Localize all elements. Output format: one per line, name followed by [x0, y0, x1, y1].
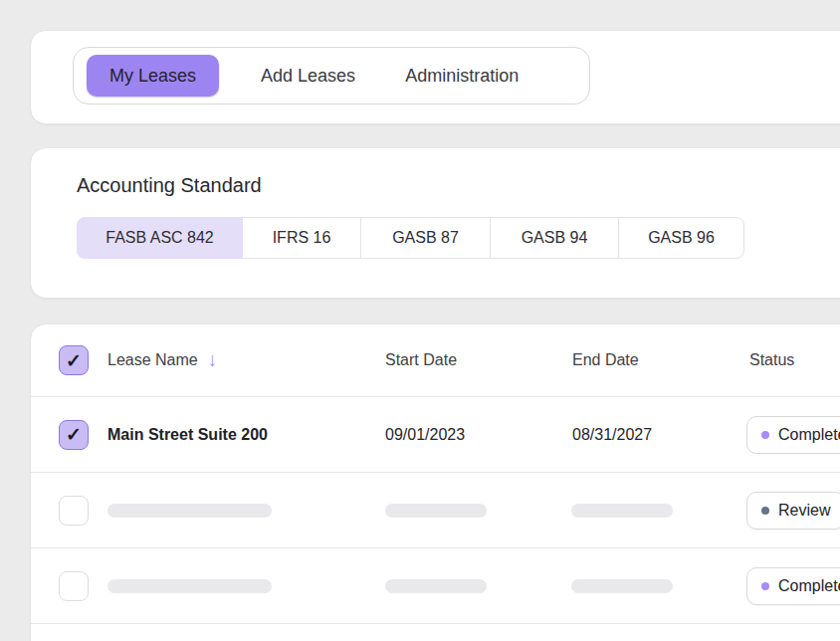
column-header-status[interactable]: Status	[749, 351, 794, 369]
sort-descending-icon: ↓	[208, 349, 218, 370]
tab-bar-card: My Leases Add Leases Administration	[30, 30, 840, 124]
start-date-placeholder	[385, 579, 487, 593]
lease-name-placeholder	[107, 504, 272, 518]
status-badge: Review	[746, 492, 840, 530]
app-screen: My Leases Add Leases Administration Acco…	[0, 0, 840, 641]
column-header-end-date[interactable]: End Date	[572, 351, 639, 369]
table-header-row: ✓ Lease Name↓ Start Date End Date Status	[31, 324, 840, 397]
check-icon: ✓	[66, 425, 82, 444]
standard-option-gasb-87[interactable]: GASB 87	[360, 217, 491, 259]
column-header-lease-name[interactable]: Lease Name↓	[107, 349, 217, 371]
status-dot-icon	[761, 431, 769, 439]
status-badge: Complete	[746, 416, 840, 454]
accounting-standard-card: Accounting Standard FASB ASC 842 IFRS 16…	[30, 147, 840, 299]
table-row[interactable]: Review	[31, 473, 840, 548]
row-checkbox[interactable]	[59, 571, 89, 601]
start-date-cell: 09/01/2023	[385, 426, 465, 444]
end-date-placeholder	[571, 579, 673, 593]
column-header-lease-name-label: Lease Name	[107, 351, 198, 368]
end-date-cell: 08/31/2027	[572, 426, 652, 444]
status-label: Complete	[778, 426, 840, 444]
tab-administration[interactable]: Administration	[405, 66, 519, 87]
check-icon: ✓	[66, 351, 82, 370]
table-row[interactable]: Complete	[31, 548, 840, 624]
status-dot-icon	[761, 507, 769, 515]
tab-my-leases[interactable]: My Leases	[87, 55, 219, 97]
column-header-start-date[interactable]: Start Date	[385, 351, 457, 369]
status-dot-icon	[761, 582, 769, 590]
standard-option-gasb-94[interactable]: GASB 94	[490, 217, 619, 259]
standard-option-gasb-96[interactable]: GASB 96	[618, 217, 744, 259]
status-badge: Complete	[746, 567, 840, 605]
status-label: Complete	[778, 577, 840, 595]
row-checkbox[interactable]: ✓	[59, 420, 89, 450]
row-checkbox[interactable]	[59, 496, 89, 526]
table-row[interactable]: ✓ Main Street Suite 200 09/01/2023 08/31…	[31, 397, 840, 473]
select-all-checkbox[interactable]: ✓	[59, 345, 89, 375]
lease-name-cell: Main Street Suite 200	[107, 426, 268, 444]
end-date-placeholder	[571, 504, 673, 518]
status-label: Review	[778, 502, 830, 520]
start-date-placeholder	[385, 504, 487, 518]
tab-group: My Leases Add Leases Administration	[73, 47, 590, 105]
standard-option-ifrs-16[interactable]: IFRS 16	[242, 217, 361, 259]
standard-option-fasb-asc-842[interactable]: FASB ASC 842	[77, 217, 243, 259]
tab-add-leases[interactable]: Add Leases	[261, 66, 355, 87]
accounting-standard-segmented-control: FASB ASC 842 IFRS 16 GASB 87 GASB 94 GAS…	[77, 217, 744, 259]
lease-table-card: ✓ Lease Name↓ Start Date End Date Status…	[30, 323, 840, 641]
lease-name-placeholder	[107, 579, 272, 593]
accounting-standard-title: Accounting Standard	[77, 174, 262, 197]
